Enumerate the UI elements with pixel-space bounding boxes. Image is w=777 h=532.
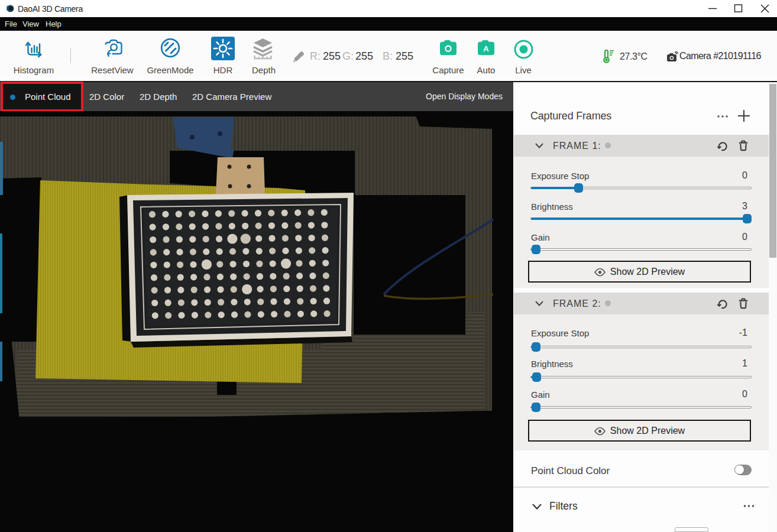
svg-text:A: A xyxy=(483,44,489,53)
